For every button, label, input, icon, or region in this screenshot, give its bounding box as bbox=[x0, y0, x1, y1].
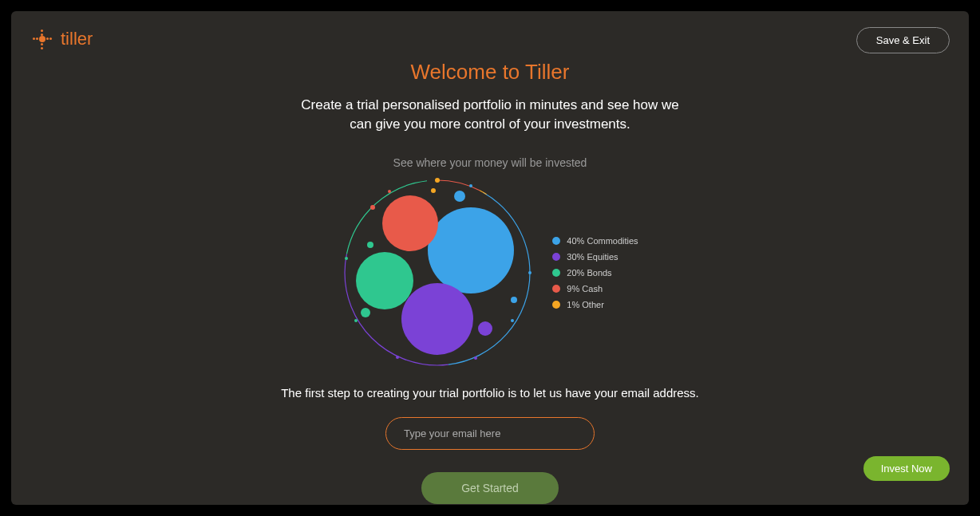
legend-dot-icon bbox=[552, 301, 560, 309]
get-started-button[interactable]: Get Started bbox=[421, 472, 559, 504]
legend-label: 9% Cash bbox=[567, 284, 603, 293]
legend-dot-icon bbox=[552, 253, 560, 261]
svg-point-10 bbox=[396, 356, 399, 359]
allocation-chart bbox=[342, 177, 533, 368]
legend-label: 20% Bonds bbox=[567, 268, 611, 278]
svg-point-24 bbox=[431, 188, 436, 193]
legend-item: 30% Equities bbox=[552, 252, 638, 262]
svg-point-21 bbox=[361, 308, 370, 317]
svg-point-20 bbox=[478, 321, 492, 336]
brand-logo: tiller bbox=[30, 27, 93, 51]
svg-point-17 bbox=[401, 283, 473, 355]
email-input[interactable] bbox=[385, 417, 595, 450]
svg-point-13 bbox=[388, 190, 391, 193]
legend-dot-icon bbox=[552, 285, 560, 293]
svg-point-16 bbox=[356, 252, 413, 309]
svg-point-14 bbox=[428, 207, 514, 293]
legend-dot-icon bbox=[552, 237, 560, 245]
legend-item: 1% Other bbox=[552, 300, 638, 309]
brand-name: tiller bbox=[61, 29, 93, 49]
svg-point-11 bbox=[354, 319, 358, 322]
legend-label: 30% Equities bbox=[567, 252, 618, 262]
svg-point-19 bbox=[511, 297, 517, 303]
legend-dot-icon bbox=[552, 269, 560, 277]
legend-item: 9% Cash bbox=[552, 284, 638, 293]
logo-icon bbox=[30, 27, 54, 51]
svg-point-6 bbox=[469, 184, 472, 187]
legend-label: 1% Other bbox=[567, 300, 603, 309]
chart-hint: See where your money will be invested bbox=[393, 156, 587, 169]
legend-item: 40% Commodities bbox=[552, 236, 638, 246]
svg-point-18 bbox=[454, 191, 465, 202]
page-subtitle: Create a trial personalised portfolio in… bbox=[290, 96, 690, 134]
page-title: Welcome to Tiller bbox=[411, 60, 570, 85]
svg-point-7 bbox=[528, 271, 531, 274]
save-exit-button[interactable]: Save & Exit bbox=[856, 27, 950, 53]
svg-point-23 bbox=[370, 205, 375, 210]
svg-point-8 bbox=[511, 319, 514, 322]
svg-point-5 bbox=[435, 178, 440, 183]
svg-point-12 bbox=[345, 257, 348, 260]
svg-point-22 bbox=[367, 242, 373, 248]
svg-point-15 bbox=[382, 195, 438, 251]
legend-item: 20% Bonds bbox=[552, 268, 638, 278]
svg-point-9 bbox=[474, 356, 477, 360]
chart-legend: 40% Commodities 30% Equities 20% Bonds 9… bbox=[552, 236, 638, 309]
legend-label: 40% Commodities bbox=[567, 236, 638, 246]
email-prompt: The first step to creating your trial po… bbox=[281, 386, 699, 400]
invest-now-button[interactable]: Invest Now bbox=[863, 456, 950, 481]
